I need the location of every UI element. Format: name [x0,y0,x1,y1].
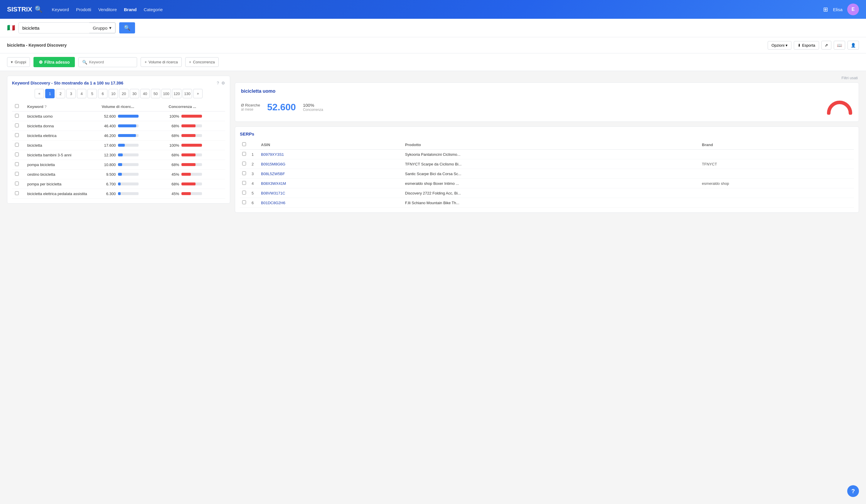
keyword-cell[interactable]: pompa bicicletta [24,160,99,170]
left-panel: Keyword Discovery - Sto mostrando da 1 a… [7,76,230,504]
serps-row-checkbox-3[interactable] [242,181,246,185]
page-btn-prev[interactable]: « [35,89,44,98]
serps-row-checkbox-2[interactable] [242,171,246,175]
table-row: bicicletta bambini 3-5 anni 12.300 68% [12,150,225,160]
page-btn-40[interactable]: 40 [140,89,150,98]
page-btn-5[interactable]: 5 [88,89,97,98]
concorrenza-filter-button[interactable]: + Concorrenza [185,57,219,67]
volume-bar-bg [118,144,138,147]
concorrenza-cell: 45% [166,170,225,179]
ricerche-stat: Ø Ricerche al mese [241,103,260,112]
serps-select-all-checkbox[interactable] [242,142,246,146]
volume-filter-button[interactable]: + Volume di ricerca [141,57,181,67]
page-btn-30[interactable]: 30 [130,89,139,98]
page-btn-130[interactable]: 130 [182,89,192,98]
serps-brand [700,188,854,198]
concorrenza-cell: 68% [166,179,225,189]
nav-item-prodotti[interactable]: Prodotti [76,7,91,12]
share-button[interactable]: ⇗ [821,41,831,49]
keyword-cell[interactable]: bicicletta elettrica pedalata assistita [24,189,99,198]
row-checkbox-1[interactable] [15,124,19,127]
grid-icon[interactable]: ⊞ [823,6,828,13]
nav-item-venditore[interactable]: Venditore [98,7,117,12]
keyword-cell[interactable]: cestino bicicletta [24,170,99,179]
serps-row-checkbox-0[interactable] [242,152,246,156]
table-row: bicicletta elettrica pedalata assistita … [12,189,225,198]
user-settings-button[interactable]: 👤 [847,41,859,49]
help-icon[interactable]: ? [44,104,47,109]
serps-row-checkbox-4[interactable] [242,191,246,195]
stat-pct-label: Concorrenza [303,108,323,112]
select-all-checkbox[interactable] [15,104,19,108]
volume-bar-bg [118,134,138,137]
options-button[interactable]: Opzioni ▾ [768,41,791,49]
row-checkbox-7[interactable] [15,182,19,185]
row-checkbox-4[interactable] [15,152,19,156]
page-btn-4[interactable]: 4 [77,89,86,98]
volume-bar-bg [118,192,138,195]
filtra-label: Filtra adesso [44,60,69,65]
keyword-cell[interactable]: pompa per bicicletta [24,179,99,189]
header: SISTRIX 🔍 KeywordProdottiVenditoreBrandC… [0,0,866,19]
group-dropdown[interactable]: Gruppo ▾ [89,23,115,33]
volume-cell: 6.700 [99,179,166,189]
concorrenza-bar-bg [181,144,202,147]
page-btn-3[interactable]: 3 [66,89,76,98]
serps-asin[interactable]: B0915M8G6G [259,159,403,169]
keyword-cell[interactable]: bicicletta bambini 3-5 anni [24,150,99,160]
page-btn-6[interactable]: 6 [98,89,108,98]
keyword-cell[interactable]: bicicletta donna [24,121,99,131]
serps-table: ASIN Prodotto Brand 1 B0979XY3S1 Sykoori… [240,140,854,208]
serps-asin[interactable]: B08L5ZW5BF [259,169,403,179]
serps-row-checkbox-1[interactable] [242,162,246,165]
help-button[interactable]: ? [847,485,859,497]
concorrenza-percent: 68% [168,134,179,138]
nav-item-keyword[interactable]: Keyword [52,7,69,12]
serps-prodotto: F.lli Schiano Mountain Bike Th... [403,198,700,208]
keyword-cell[interactable]: bicicletta elettrica [24,131,99,140]
serps-brand [700,198,854,208]
serps-asin[interactable]: B0979XY3S1 [259,150,403,159]
search-button[interactable]: 🔍 [119,22,135,33]
page-btn-120[interactable]: 120 [172,89,181,98]
user-name: Elisa [833,7,843,12]
filtra-button[interactable]: ⊕ Filtra adesso [33,57,75,67]
settings-icon[interactable]: ⚙ [221,81,225,85]
serps-num-header [249,140,259,150]
volume-bar-fill [118,124,136,127]
serps-asin[interactable]: B08X3WX41M [259,179,403,188]
row-checkbox-8[interactable] [15,191,19,195]
row-checkbox-2[interactable] [15,133,19,137]
avatar[interactable]: E [847,3,859,15]
help-icon[interactable]: ? [216,81,219,85]
row-checkbox-3[interactable] [15,143,19,147]
search-input[interactable] [19,23,89,33]
page-btn-50[interactable]: 50 [151,89,160,98]
keyword-filter[interactable]: 🔍 [78,57,137,67]
volume-bar-bg [118,115,138,118]
nav-item-categorie[interactable]: Categorie [144,7,163,12]
nav-item-brand[interactable]: Brand [124,7,136,12]
serps-row-checkbox-5[interactable] [242,201,246,204]
page-btn-100[interactable]: 100 [162,89,171,98]
serps-row-num: 6 [249,198,259,208]
keyword-cell[interactable]: bicicletta [24,140,99,150]
export-button[interactable]: ⬇ Esporta [794,41,819,49]
gruppi-dropdown[interactable]: ▾ Gruppi [7,57,30,67]
keyword-filter-input[interactable] [89,60,130,64]
page-btn-1[interactable]: 1 [45,89,55,98]
page-btn-2[interactable]: 2 [56,89,65,98]
keyword-cell[interactable]: bicicletta uomo [24,112,99,121]
bookmark-button[interactable]: 📖 [834,41,845,49]
row-checkbox-0[interactable] [15,114,19,118]
row-checkbox-6[interactable] [15,172,19,176]
serps-asin[interactable]: B08VW3171C [259,188,403,198]
page-btn-20[interactable]: 20 [119,89,129,98]
kd-table: Keyword ? Volume di ricerc... Concorrenz… [12,102,225,198]
row-checkbox-5[interactable] [15,162,19,166]
page-btn-next[interactable]: » [193,89,202,98]
volume-number: 9.500 [102,172,116,176]
serps-asin[interactable]: B01DC8G2H6 [259,198,403,208]
serps-table-row: 4 B08X3WX41M esmeraldo shop Boxer Intimo… [240,179,854,188]
page-btn-10[interactable]: 10 [109,89,118,98]
